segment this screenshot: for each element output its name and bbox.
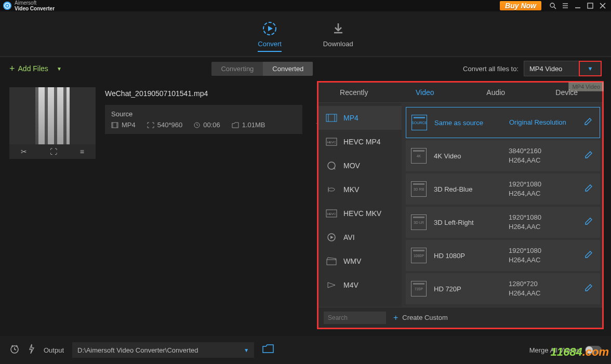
thumbnail-image[interactable] xyxy=(9,87,96,144)
format-hevc-mp4[interactable]: HEVCHEVC MP4 xyxy=(318,130,402,154)
dropdown-caret-icon[interactable]: ▼ xyxy=(57,66,62,72)
format-mkv[interactable]: MKV xyxy=(318,178,402,201)
preset-icon: 4K xyxy=(411,148,427,164)
source-resolution-text: 540*960 xyxy=(157,121,182,129)
svg-rect-27 xyxy=(327,260,336,265)
dropdown-caret-icon: ▼ xyxy=(244,347,249,353)
watermark-a: 11684 xyxy=(550,345,582,358)
popup-tab-audio[interactable]: Audio xyxy=(460,88,532,97)
edit-preset-icon[interactable] xyxy=(585,151,595,161)
app-brand-line1: Aimersoft xyxy=(15,0,36,6)
format-mp4[interactable]: MP4 xyxy=(318,106,402,130)
preset-list[interactable]: SOURCE Same as source Original Resolutio… xyxy=(402,103,602,307)
nav-download-label: Download xyxy=(323,40,353,48)
preset-line1: 3840*2160 xyxy=(509,147,541,155)
preset-hd-720p[interactable]: 720P HD 720P 1280*720H264,AAC xyxy=(406,273,600,304)
source-format-text: MP4 xyxy=(122,121,136,129)
maximize-icon[interactable] xyxy=(585,1,595,11)
trim-icon[interactable]: ✂ xyxy=(21,147,27,156)
format-label: WMV xyxy=(343,257,361,265)
format-mov[interactable]: MOV xyxy=(318,154,402,178)
watermark: 11684.com xyxy=(550,345,609,359)
preset-icon-text: 1080P xyxy=(414,254,424,258)
close-icon[interactable] xyxy=(597,1,608,11)
format-select-value: MP4 Video xyxy=(529,65,562,73)
format-select[interactable]: MP4 Video ▼ xyxy=(524,61,602,76)
nav-convert[interactable]: Convert xyxy=(258,20,282,52)
output-path-text: D:\Aimersoft Video Converter\Converted xyxy=(77,346,198,354)
popup-tab-recently[interactable]: Recently xyxy=(318,88,390,97)
format-wmv[interactable]: WMV xyxy=(318,249,402,273)
play-circle-icon xyxy=(326,233,337,242)
app-brand-line2: Video Converter xyxy=(15,6,55,11)
preset-line2: H264,AAC xyxy=(509,223,540,231)
output-path-select[interactable]: D:\Aimersoft Video Converter\Converted ▼ xyxy=(72,342,254,358)
tab-converted[interactable]: Converted xyxy=(263,62,313,76)
format-m4v[interactable]: M4V xyxy=(318,273,402,297)
create-custom-button[interactable]: + Create Custom xyxy=(393,313,448,322)
download-icon xyxy=(330,20,347,37)
gpu-icon[interactable] xyxy=(28,344,35,357)
open-folder-icon[interactable] xyxy=(262,344,274,356)
edit-preset-icon[interactable] xyxy=(585,184,595,194)
source-size: 1.01MB xyxy=(232,121,265,129)
bottom-bar: Output D:\Aimersoft Video Converter\Conv… xyxy=(0,336,611,364)
preset-search-input[interactable] xyxy=(324,312,386,324)
mkv-icon xyxy=(326,185,337,194)
nav-convert-label: Convert xyxy=(258,40,282,48)
svg-marker-28 xyxy=(328,282,335,288)
format-category-list[interactable]: MP4 HEVCHEVC MP4 MOV MKV HEVCHEVC MKV AV… xyxy=(318,103,402,307)
search-icon[interactable] xyxy=(548,1,558,11)
nav-download[interactable]: Download xyxy=(323,20,353,48)
preset-same-as-source[interactable]: SOURCE Same as source Original Resolutio… xyxy=(406,107,600,138)
add-files-label: Add Files xyxy=(18,64,48,73)
preset-line1: Original Resolution xyxy=(509,118,566,126)
convert-icon xyxy=(261,20,278,37)
add-files-button[interactable]: + Add Files ▼ xyxy=(9,63,62,74)
preset-detail: 1920*1080H264,AAC xyxy=(509,180,577,198)
source-label: Source xyxy=(111,110,296,118)
menu-icon[interactable] xyxy=(560,1,570,11)
edit-preset-icon[interactable] xyxy=(585,217,595,227)
file-name[interactable]: WeChat_20190507101541.mp4 xyxy=(105,89,302,98)
edit-preset-icon[interactable] xyxy=(585,284,595,294)
expand-icon xyxy=(147,122,154,128)
top-nav: Convert Download xyxy=(0,11,611,57)
clapper-icon xyxy=(326,257,337,266)
preset-icon: 3D LR xyxy=(411,214,427,230)
effects-icon[interactable]: ≡ xyxy=(80,147,84,156)
crop-icon[interactable]: ⛶ xyxy=(50,147,57,156)
svg-rect-8 xyxy=(588,3,593,8)
file-card: ✂ ⛶ ≡ WeChat_20190507101541.mp4 Source M… xyxy=(9,87,325,159)
preset-hd-1080p[interactable]: 1080P HD 1080P 1920*1080H264,AAC xyxy=(406,240,600,271)
preset-3d-left-right[interactable]: 3D LR 3D Left-Right 1920*1080H264,AAC xyxy=(406,207,600,238)
popup-tab-video[interactable]: Video xyxy=(390,88,461,97)
format-dropdown-button[interactable]: ▼ xyxy=(579,61,602,76)
preset-title: HD 720P xyxy=(434,285,501,293)
minimize-icon[interactable] xyxy=(573,1,583,11)
preset-detail: 1920*1080H264,AAC xyxy=(509,213,577,232)
svg-text:HEVC: HEVC xyxy=(327,212,336,215)
preset-line2: H264,AAC xyxy=(509,289,540,297)
preset-4k[interactable]: 4K 4K Video 3840*2160H264,AAC xyxy=(406,140,600,171)
thumbnail-tools: ✂ ⛶ ≡ xyxy=(9,144,96,159)
preset-line1: 1920*1080 xyxy=(509,213,541,221)
quicktime-icon xyxy=(326,161,337,170)
format-hevc-mkv[interactable]: HEVCHEVC MKV xyxy=(318,201,402,225)
format-avi[interactable]: AVI xyxy=(318,225,402,249)
app-logo-icon xyxy=(3,2,11,10)
edit-preset-icon[interactable] xyxy=(584,117,594,128)
svg-marker-26 xyxy=(330,236,334,239)
preset-3d-red-blue[interactable]: 3D RB 3D Red-Blue 1920*1080H264,AAC xyxy=(406,173,600,205)
buy-now-button[interactable]: Buy Now xyxy=(500,1,541,10)
format-label: MOV xyxy=(343,161,360,170)
play-icon xyxy=(326,280,337,290)
preset-line1: 1920*1080 xyxy=(509,180,541,188)
schedule-icon[interactable] xyxy=(9,344,20,357)
svg-text:HEVC: HEVC xyxy=(327,141,336,144)
edit-preset-icon[interactable] xyxy=(585,250,595,261)
tab-converting[interactable]: Converting xyxy=(211,62,263,76)
hevc-icon: HEVC xyxy=(326,209,337,218)
format-tooltip: MP4 Video xyxy=(568,82,604,91)
preset-detail: Original Resolution xyxy=(509,118,577,127)
